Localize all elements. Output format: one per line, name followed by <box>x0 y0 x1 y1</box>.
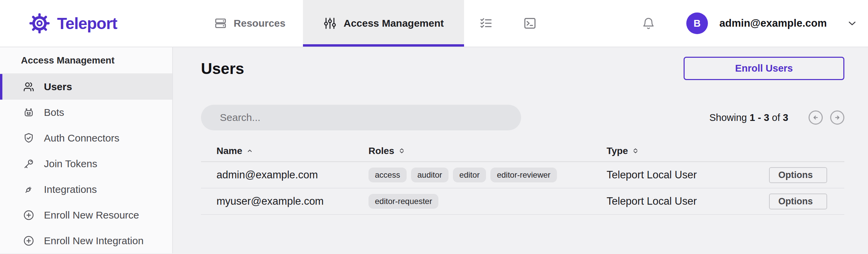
users-table: Name Roles Type admin@example.comaccessa… <box>201 141 844 215</box>
checklist-icon <box>479 17 493 30</box>
column-header-name[interactable]: Name <box>201 146 368 156</box>
brand-name: Teleport <box>57 14 117 33</box>
user-type-cell: Teleport Local User <box>607 195 769 207</box>
options-label: Options <box>778 196 813 207</box>
main-content: Users Enroll Users Showing 1 - 3 of 3 <box>173 47 868 253</box>
users-icon <box>23 81 34 93</box>
options-button[interactable]: Options <box>769 194 827 209</box>
plug-icon <box>23 184 34 195</box>
gear-logo-icon <box>29 12 50 34</box>
options-label: Options <box>778 170 813 180</box>
sidebar-item-bots[interactable]: Bots <box>0 100 172 125</box>
active-sessions-button[interactable] <box>508 0 552 47</box>
arrow-left-icon <box>811 113 820 122</box>
sliders-icon <box>323 17 337 30</box>
avatar: B <box>686 12 708 34</box>
role-pill: editor <box>453 168 486 182</box>
sidebar-item-label: Integrations <box>44 184 97 195</box>
plus-circle-icon <box>23 235 34 247</box>
sidebar-header: Access Management <box>0 47 172 74</box>
user-email: admin@example.com <box>719 17 827 29</box>
table-header: Name Roles Type <box>201 141 844 162</box>
top-nav: Teleport Resources Access Management B a… <box>0 0 868 47</box>
user-type-cell: Teleport Local User <box>607 169 769 181</box>
role-pill: editor-reviewer <box>490 168 557 182</box>
user-menu[interactable]: B admin@example.com <box>686 12 858 34</box>
sidebar-item-label: Auth Connectors <box>44 132 119 144</box>
sidebar-item-enroll-new-resource[interactable]: Enroll New Resource <box>0 202 172 228</box>
pagination: Showing 1 - 3 of 3 <box>709 110 844 125</box>
access-requests-button[interactable] <box>464 0 508 47</box>
table-row: admin@example.comaccessauditoreditoredit… <box>201 162 844 188</box>
sidebar-items: UsersBotsAuth ConnectorsJoin TokensInteg… <box>0 74 172 254</box>
column-header-type[interactable]: Type <box>607 146 769 156</box>
pagination-summary: Showing 1 - 3 of 3 <box>709 112 788 123</box>
tab-label: Resources <box>234 18 285 29</box>
sidebar-item-label: Users <box>44 81 72 93</box>
user-name-cell: myuser@example.com <box>201 195 368 207</box>
sort-asc-icon <box>247 148 253 154</box>
chevron-down-icon <box>846 18 858 29</box>
sidebar-item-integrations[interactable]: Integrations <box>0 177 172 202</box>
sidebar-item-label: Join Tokens <box>44 158 97 170</box>
top-nav-right: B admin@example.com <box>642 0 868 47</box>
sidebar-item-label: Enroll New Resource <box>44 209 139 221</box>
user-name-cell: admin@example.com <box>201 169 368 181</box>
table-body: admin@example.comaccessauditoreditoredit… <box>201 162 844 215</box>
role-pill: access <box>368 168 407 182</box>
sidebar-item-users[interactable]: Users <box>0 74 172 100</box>
enroll-users-button[interactable]: Enroll Users <box>684 57 844 80</box>
sort-both-icon <box>399 148 405 154</box>
notifications-button[interactable] <box>642 17 655 30</box>
sidebar-item-label: Bots <box>44 107 64 118</box>
shield-check-icon <box>23 132 34 144</box>
next-page-button[interactable] <box>830 110 844 125</box>
table-row: myuser@example.comeditor-requesterTelepo… <box>201 188 844 215</box>
sort-both-icon <box>632 148 639 154</box>
user-roles-cell: accessauditoreditoreditor-reviewer <box>368 168 607 182</box>
tab-access-management[interactable]: Access Management <box>303 0 464 47</box>
bell-icon <box>642 17 655 30</box>
sidebar-item-enroll-new-integration[interactable]: Enroll New Integration <box>0 228 172 254</box>
prev-page-button[interactable] <box>809 110 823 125</box>
role-pill: auditor <box>411 168 449 182</box>
terminal-icon <box>523 17 537 30</box>
options-button[interactable]: Options <box>769 167 827 183</box>
user-actions-cell: Options <box>769 194 844 209</box>
sidebar-item-label: Enroll New Integration <box>44 235 144 247</box>
tab-resources[interactable]: Resources <box>197 0 303 47</box>
server-stack-icon <box>214 17 227 30</box>
teleport-logo[interactable]: Teleport <box>0 0 117 47</box>
column-header-roles[interactable]: Roles <box>368 146 607 156</box>
role-pill: editor-requester <box>368 194 438 209</box>
plus-circle-icon <box>23 209 34 221</box>
sidebar-item-join-tokens[interactable]: Join Tokens <box>0 151 172 177</box>
bot-icon <box>23 107 34 118</box>
search-input[interactable] <box>201 105 521 130</box>
arrow-right-icon <box>833 113 842 122</box>
user-roles-cell: editor-requester <box>368 194 607 209</box>
sidebar: Access Management UsersBotsAuth Connecto… <box>0 47 173 253</box>
page-title: Users <box>201 59 244 78</box>
tab-label: Access Management <box>343 18 444 29</box>
key-icon <box>23 158 34 170</box>
sidebar-item-auth-connectors[interactable]: Auth Connectors <box>0 125 172 151</box>
primary-nav: Resources Access Management <box>197 0 552 47</box>
user-actions-cell: Options <box>769 167 844 183</box>
